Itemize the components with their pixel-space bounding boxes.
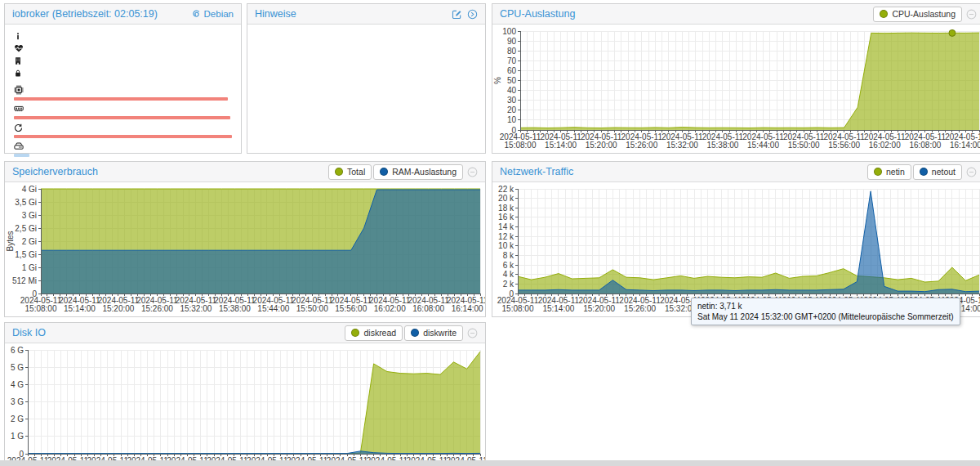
svg-text:2 G: 2 G (11, 414, 24, 423)
memory-chart-title: Speicherverbrauch (12, 166, 328, 177)
svg-text:15:20:00: 15:20:00 (586, 141, 617, 150)
series-color-dot (351, 329, 359, 337)
svg-text:6 k: 6 k (503, 261, 514, 270)
svg-text:16:14:00: 16:14:00 (452, 304, 483, 313)
svg-text:3,5 Gi: 3,5 Gi (15, 198, 37, 207)
gauge-row (14, 141, 232, 157)
network-chart-title: Netzwerk-Traffic (500, 166, 867, 177)
usage-bar-track (14, 116, 232, 119)
legend-item-diskwrite[interactable]: diskwrite (404, 325, 463, 341)
svg-text:15:50:00: 15:50:00 (296, 304, 328, 313)
svg-text:15:44:00: 15:44:00 (747, 141, 779, 150)
notes-title: Hinweise (255, 8, 452, 20)
svg-text:15:20:00: 15:20:00 (102, 304, 134, 313)
cpu-usage-chart[interactable]: 01020304050607080901002024-05-1115:08:00… (492, 25, 980, 154)
maximize-notes-icon[interactable] (467, 9, 478, 20)
notes-header: Hinweise (247, 4, 485, 25)
series-color-dot (335, 168, 343, 176)
collapse-icon[interactable] (467, 167, 478, 177)
legend-item-diskread[interactable]: diskread (345, 325, 403, 341)
memory-chart-panel: Speicherverbrauch Total RAM-Auslastung 0… (4, 161, 486, 317)
svg-text:15:56:00: 15:56:00 (335, 304, 367, 313)
edit-notes-icon[interactable] (452, 9, 462, 20)
svg-text:3 Gi: 3 Gi (22, 211, 37, 220)
network-chart-legend: netin netout (867, 164, 962, 180)
usage-bar-track (14, 135, 232, 138)
svg-text:16:14:00: 16:14:00 (950, 141, 980, 150)
notes-panel: Hinweise (247, 3, 486, 154)
os-badge: Debian (191, 9, 234, 19)
svg-text:10: 10 (507, 115, 517, 124)
tooltip-timestamp: Sat May 11 2024 15:32:00 GMT+0200 (Mitte… (697, 311, 954, 322)
cpu-chart-legend: CPU-Auslastung (873, 7, 962, 22)
svg-text:100: 100 (502, 27, 516, 36)
svg-text:10 k: 10 k (498, 241, 514, 250)
svg-text:15:26:00: 15:26:00 (141, 304, 173, 313)
series-color-dot (920, 168, 928, 176)
svg-text:Bytes: Bytes (6, 231, 15, 251)
memory-chart-legend: Total RAM-Auslastung (328, 164, 463, 180)
svg-text:18 k: 18 k (498, 204, 514, 213)
guest-status-header: iobroker (Betriebszeit: 02:05:19) Debian (5, 4, 241, 25)
series-color-dot (380, 168, 388, 176)
svg-text:16 k: 16 k (498, 213, 514, 222)
usage-bar (14, 135, 232, 138)
status-row-unprivilegiert (14, 67, 232, 78)
tooltip-value: netin: 3,71 k (697, 301, 954, 311)
svg-text:8 k: 8 k (503, 251, 514, 260)
heartbeat-icon (14, 43, 29, 53)
status-row-status (14, 30, 232, 42)
cpu-chart-panel: CPU-Auslastung CPU-Auslastung 0102030405… (492, 3, 980, 154)
svg-text:15:44:00: 15:44:00 (257, 304, 289, 313)
svg-text:1 G: 1 G (11, 432, 24, 441)
svg-text:15:26:00: 15:26:00 (624, 304, 656, 313)
svg-text:15:08:00: 15:08:00 (505, 141, 537, 150)
hdd-icon (14, 141, 29, 151)
legend-item-netin[interactable]: netin (867, 164, 911, 180)
usage-bar-track (14, 154, 232, 157)
notes-body[interactable] (247, 25, 485, 154)
svg-text:15:08:00: 15:08:00 (25, 304, 57, 313)
svg-text:15:26:00: 15:26:00 (626, 141, 657, 150)
status-row-ha-status (14, 43, 232, 54)
legend-item-total[interactable]: Total (328, 164, 372, 180)
legend-item-ram-auslastung[interactable]: RAM-Auslastung (373, 164, 463, 180)
status-row-knoten (14, 55, 232, 66)
svg-text:80: 80 (507, 47, 517, 56)
legend-item-cpu-auslastung[interactable]: CPU-Auslastung (873, 7, 962, 22)
building-icon (14, 56, 29, 65)
svg-text:3 G: 3 G (11, 397, 24, 406)
svg-text:4 G: 4 G (11, 380, 24, 389)
series-color-dot (411, 329, 419, 337)
usage-bar (14, 154, 29, 157)
svg-text:30: 30 (507, 96, 517, 105)
svg-text:5 G: 5 G (11, 363, 24, 372)
guest-status-body (5, 25, 241, 157)
series-color-dot (880, 10, 888, 18)
collapse-icon[interactable] (467, 328, 478, 338)
svg-text:15:32:00: 15:32:00 (666, 141, 698, 150)
svg-text:15:14:00: 15:14:00 (542, 304, 574, 313)
svg-text:1,5 Gi: 1,5 Gi (15, 250, 37, 259)
collapse-icon[interactable] (966, 167, 977, 177)
svg-text:16:08:00: 16:08:00 (909, 141, 941, 150)
svg-text:50: 50 (507, 76, 517, 85)
svg-text:20 k: 20 k (498, 194, 514, 203)
cpu-icon (14, 85, 29, 95)
chart-tooltip: netin: 3,71 k Sat May 11 2024 15:32:00 G… (691, 298, 960, 325)
gauge-row (14, 103, 232, 119)
gauge-row (14, 84, 232, 101)
legend-item-netout[interactable]: netout (913, 164, 962, 180)
diskio-chart-title: Disk IO (12, 327, 345, 338)
swap-icon (14, 123, 29, 132)
svg-text:90: 90 (507, 37, 517, 46)
disk-io-chart[interactable]: 01 G2 G3 G4 G5 G6 G2024-05-1115:08:00202… (5, 343, 485, 466)
collapse-icon[interactable] (966, 9, 977, 20)
svg-text:2 k: 2 k (503, 280, 514, 289)
memory-usage-chart[interactable]: 0512 Mi1 Gi1,5 Gi2 Gi2,5 Gi3 Gi3,5 Gi4 G… (5, 182, 485, 317)
horizontal-scrollbar[interactable] (0, 460, 980, 466)
svg-text:15:32:00: 15:32:00 (180, 304, 212, 313)
usage-bar-track (14, 97, 232, 101)
guest-status-panel: iobroker (Betriebszeit: 02:05:19) Debian (4, 3, 242, 154)
network-chart-panel: Netzwerk-Traffic netin netout 02 k4 k6 k… (492, 161, 980, 317)
